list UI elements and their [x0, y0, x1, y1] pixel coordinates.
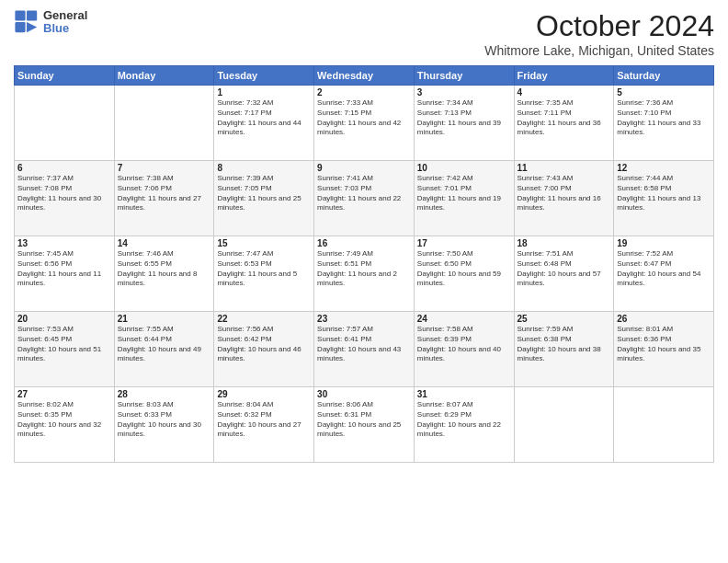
day-number: 15 [217, 238, 311, 248]
calendar-cell: 22Sunrise: 7:56 AM Sunset: 6:42 PM Dayli… [214, 312, 314, 387]
location: Whitmore Lake, Michigan, United States [484, 43, 714, 58]
calendar-week-row: 13Sunrise: 7:45 AM Sunset: 6:56 PM Dayli… [15, 236, 714, 312]
calendar-cell: 4Sunrise: 7:35 AM Sunset: 7:11 PM Daylig… [514, 86, 614, 161]
logo-text: General Blue [43, 9, 87, 36]
svg-marker-3 [27, 22, 37, 32]
day-number: 18 [518, 238, 611, 248]
day-number: 11 [518, 163, 611, 173]
day-number: 3 [417, 87, 511, 98]
calendar-cell: 14Sunrise: 7:46 AM Sunset: 6:55 PM Dayli… [114, 236, 214, 312]
logo-line2: Blue [43, 22, 87, 35]
day-number: 14 [118, 238, 211, 248]
day-info: Sunrise: 8:01 AM Sunset: 6:36 PM Dayligh… [617, 325, 711, 364]
calendar-cell: 9Sunrise: 7:41 AM Sunset: 7:03 PM Daylig… [314, 161, 415, 236]
day-number: 2 [317, 87, 411, 98]
day-info: Sunrise: 7:56 AM Sunset: 6:42 PM Dayligh… [217, 325, 311, 364]
calendar-cell: 20Sunrise: 7:53 AM Sunset: 6:45 PM Dayli… [15, 312, 115, 387]
calendar-week-row: 1Sunrise: 7:32 AM Sunset: 7:17 PM Daylig… [15, 86, 714, 161]
calendar-cell: 3Sunrise: 7:34 AM Sunset: 7:13 PM Daylig… [414, 86, 514, 161]
weekday-header-tuesday: Tuesday [214, 66, 314, 86]
weekday-header-saturday: Saturday [614, 66, 714, 86]
day-number: 19 [617, 238, 711, 248]
day-info: Sunrise: 7:47 AM Sunset: 6:53 PM Dayligh… [217, 249, 311, 289]
calendar-cell: 27Sunrise: 8:02 AM Sunset: 6:35 PM Dayli… [15, 387, 115, 463]
calendar-cell: 2Sunrise: 7:33 AM Sunset: 7:15 PM Daylig… [314, 86, 415, 161]
day-info: Sunrise: 7:59 AM Sunset: 6:38 PM Dayligh… [518, 325, 611, 364]
day-info: Sunrise: 8:06 AM Sunset: 6:31 PM Dayligh… [317, 400, 411, 440]
day-number: 29 [217, 389, 311, 399]
day-number: 7 [118, 163, 211, 173]
day-number: 21 [118, 314, 211, 324]
day-info: Sunrise: 8:02 AM Sunset: 6:35 PM Dayligh… [17, 400, 111, 440]
day-info: Sunrise: 7:46 AM Sunset: 6:55 PM Dayligh… [118, 249, 211, 289]
month-title: October 2024 [484, 9, 714, 43]
calendar-cell: 29Sunrise: 8:04 AM Sunset: 6:32 PM Dayli… [214, 387, 314, 463]
calendar-cell: 30Sunrise: 8:06 AM Sunset: 6:31 PM Dayli… [314, 387, 415, 463]
calendar-cell: 21Sunrise: 7:55 AM Sunset: 6:44 PM Dayli… [114, 312, 214, 387]
day-number: 28 [118, 389, 211, 399]
day-number: 22 [217, 314, 311, 324]
day-info: Sunrise: 7:34 AM Sunset: 7:13 PM Dayligh… [417, 98, 511, 138]
weekday-header-monday: Monday [114, 66, 214, 86]
calendar-cell: 7Sunrise: 7:38 AM Sunset: 7:06 PM Daylig… [114, 161, 214, 236]
weekday-header-row: SundayMondayTuesdayWednesdayThursdayFrid… [15, 66, 714, 86]
day-info: Sunrise: 7:55 AM Sunset: 6:44 PM Dayligh… [118, 325, 211, 364]
day-number: 24 [417, 314, 511, 324]
calendar-cell: 25Sunrise: 7:59 AM Sunset: 6:38 PM Dayli… [514, 312, 614, 387]
day-number: 26 [617, 314, 711, 324]
logo-line1: General [43, 9, 87, 22]
day-info: Sunrise: 7:49 AM Sunset: 6:51 PM Dayligh… [317, 249, 411, 289]
calendar-cell: 6Sunrise: 7:37 AM Sunset: 7:08 PM Daylig… [15, 161, 115, 236]
calendar-cell: 10Sunrise: 7:42 AM Sunset: 7:01 PM Dayli… [414, 161, 514, 236]
calendar-table: SundayMondayTuesdayWednesdayThursdayFrid… [14, 65, 714, 463]
day-number: 27 [17, 389, 111, 399]
day-info: Sunrise: 7:58 AM Sunset: 6:39 PM Dayligh… [417, 325, 511, 364]
day-number: 20 [17, 314, 111, 324]
day-info: Sunrise: 7:50 AM Sunset: 6:50 PM Dayligh… [417, 249, 511, 289]
day-info: Sunrise: 7:42 AM Sunset: 7:01 PM Dayligh… [417, 174, 511, 213]
calendar-cell: 19Sunrise: 7:52 AM Sunset: 6:47 PM Dayli… [614, 236, 714, 312]
svg-rect-1 [27, 11, 37, 21]
day-number: 13 [17, 238, 111, 248]
calendar-cell [15, 86, 115, 161]
logo-icon [14, 9, 40, 35]
day-info: Sunrise: 7:44 AM Sunset: 6:58 PM Dayligh… [617, 174, 711, 213]
calendar-cell: 24Sunrise: 7:58 AM Sunset: 6:39 PM Dayli… [414, 312, 514, 387]
day-info: Sunrise: 7:35 AM Sunset: 7:11 PM Dayligh… [518, 98, 611, 138]
day-number: 5 [617, 87, 711, 98]
day-info: Sunrise: 7:53 AM Sunset: 6:45 PM Dayligh… [17, 325, 111, 364]
calendar-cell: 18Sunrise: 7:51 AM Sunset: 6:48 PM Dayli… [514, 236, 614, 312]
day-number: 16 [317, 238, 411, 248]
logo: General Blue [14, 9, 87, 36]
weekday-header-friday: Friday [514, 66, 614, 86]
day-number: 30 [317, 389, 411, 399]
calendar-cell: 28Sunrise: 8:03 AM Sunset: 6:33 PM Dayli… [114, 387, 214, 463]
day-info: Sunrise: 7:57 AM Sunset: 6:41 PM Dayligh… [317, 325, 411, 364]
calendar-cell [114, 86, 214, 161]
calendar-cell: 23Sunrise: 7:57 AM Sunset: 6:41 PM Dayli… [314, 312, 415, 387]
title-block: October 2024 Whitmore Lake, Michigan, Un… [484, 9, 714, 58]
day-info: Sunrise: 7:52 AM Sunset: 6:47 PM Dayligh… [617, 249, 711, 289]
day-number: 12 [617, 163, 711, 173]
day-number: 25 [518, 314, 611, 324]
day-info: Sunrise: 7:41 AM Sunset: 7:03 PM Dayligh… [317, 174, 411, 213]
day-number: 31 [417, 389, 511, 399]
day-number: 10 [417, 163, 511, 173]
day-info: Sunrise: 7:36 AM Sunset: 7:10 PM Dayligh… [617, 98, 711, 138]
calendar-week-row: 27Sunrise: 8:02 AM Sunset: 6:35 PM Dayli… [15, 387, 714, 463]
weekday-header-wednesday: Wednesday [314, 66, 415, 86]
svg-rect-0 [15, 11, 25, 21]
calendar-cell: 13Sunrise: 7:45 AM Sunset: 6:56 PM Dayli… [15, 236, 115, 312]
day-info: Sunrise: 8:07 AM Sunset: 6:29 PM Dayligh… [417, 400, 511, 440]
header: General Blue October 2024 Whitmore Lake,… [14, 9, 714, 58]
day-number: 8 [217, 163, 311, 173]
day-info: Sunrise: 7:33 AM Sunset: 7:15 PM Dayligh… [317, 98, 411, 138]
calendar-cell: 1Sunrise: 7:32 AM Sunset: 7:17 PM Daylig… [214, 86, 314, 161]
day-info: Sunrise: 7:32 AM Sunset: 7:17 PM Dayligh… [217, 98, 311, 138]
calendar-cell [514, 387, 614, 463]
day-info: Sunrise: 7:45 AM Sunset: 6:56 PM Dayligh… [17, 249, 111, 289]
calendar-week-row: 6Sunrise: 7:37 AM Sunset: 7:08 PM Daylig… [15, 161, 714, 236]
calendar-cell: 11Sunrise: 7:43 AM Sunset: 7:00 PM Dayli… [514, 161, 614, 236]
day-number: 4 [518, 87, 611, 98]
calendar-cell [614, 387, 714, 463]
